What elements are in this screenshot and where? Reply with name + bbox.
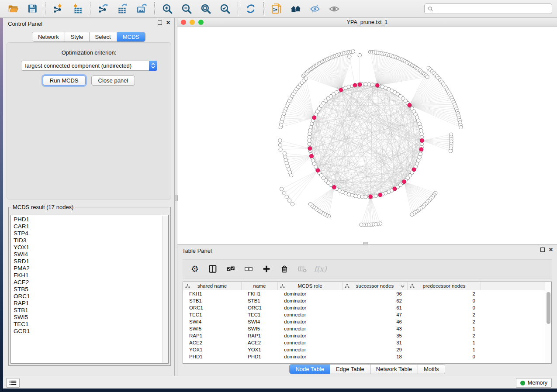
mcds-result-item[interactable]: ACE2 [11, 279, 162, 286]
mcds-result-item[interactable]: CAR1 [11, 223, 162, 230]
table-cell: TEC1 [183, 312, 242, 317]
network-window-titlebar[interactable]: YPA_prune.txt_1 [177, 18, 557, 27]
mcds-result-item[interactable]: TEC1 [11, 321, 162, 328]
mcds-result-item[interactable]: PHD1 [11, 216, 162, 223]
import-table-button[interactable] [68, 1, 87, 17]
column-header-successor-nodes[interactable]: successor nodes [343, 282, 408, 290]
zoom-out-button[interactable] [177, 1, 196, 17]
show-details-button[interactable] [325, 1, 344, 17]
zoom-selected-button[interactable] [215, 1, 235, 17]
export-table-button[interactable] [113, 1, 132, 17]
memory-button[interactable]: Memory [516, 378, 552, 388]
close-panel-button[interactable]: Close panel [91, 76, 135, 86]
export-network-button[interactable] [93, 1, 113, 17]
table-header-row: shared namenameMCDS rolesuccessor nodesp… [183, 282, 551, 290]
float-panel-icon[interactable] [158, 21, 162, 25]
table-tabs: Node TableEdge TableNetwork TableMotifs [289, 364, 445, 374]
mcds-result-item[interactable]: ORC1 [11, 293, 162, 300]
mcds-result-item[interactable]: STB1 [11, 307, 162, 314]
mcds-result-item[interactable]: STP4 [11, 230, 162, 237]
mcds-result-item[interactable]: SWI4 [11, 251, 162, 258]
table-cell: 0 [408, 305, 481, 310]
scrollbar-thumb[interactable] [547, 292, 550, 324]
import-network-button[interactable] [48, 1, 68, 17]
table-row[interactable]: TEC1TEC1connector472 [183, 311, 545, 318]
close-window-icon[interactable] [181, 20, 186, 25]
close-table-panel-icon[interactable]: ✕ [549, 248, 553, 252]
zoom-in-button[interactable] [158, 1, 177, 17]
table-tab-edge-table[interactable]: Edge Table [330, 364, 370, 374]
save-session-button[interactable] [23, 1, 42, 17]
table-row[interactable]: STB1STB1dominator620 [183, 297, 545, 304]
refresh-view-button[interactable] [241, 1, 260, 17]
panel-splitter[interactable] [175, 18, 177, 376]
zoom-in-icon [162, 3, 173, 14]
zoom-fit-content-button[interactable] [196, 1, 215, 17]
close-panel-icon[interactable]: ✕ [166, 21, 170, 25]
export-image-button[interactable] [132, 1, 151, 17]
mcds-result-item[interactable]: TID3 [11, 237, 162, 244]
table-tab-node-table[interactable]: Node Table [290, 364, 330, 374]
mcds-result-item[interactable]: FKH1 [11, 272, 162, 279]
open-session-button[interactable] [3, 1, 23, 17]
deselect-all-button[interactable] [241, 261, 256, 277]
criterion-select[interactable]: largest connected component (undirected) [21, 61, 157, 71]
hide-details-button[interactable] [305, 1, 325, 17]
tab-network[interactable]: Network [32, 32, 65, 41]
mcds-result-item[interactable]: SWI5 [11, 314, 162, 321]
network-canvas[interactable] [177, 27, 557, 244]
table-row[interactable]: RAP1RAP1dominator352 [183, 332, 545, 339]
select-all-button[interactable] [223, 261, 239, 277]
open-networks-button[interactable] [286, 1, 305, 17]
table-tab-network-table[interactable]: Network Table [370, 364, 418, 374]
mcds-result-item[interactable]: SRD1 [11, 258, 162, 265]
show-columns-button[interactable] [205, 261, 221, 277]
mcds-result-item[interactable]: STB5 [11, 286, 162, 293]
create-column-button[interactable] [259, 261, 274, 277]
table-row[interactable]: SWI5SWI5connector431 [183, 325, 545, 332]
tab-style[interactable]: Style [65, 32, 90, 41]
column-label: successor nodes [356, 283, 394, 289]
open-networks-icon [290, 3, 301, 14]
result-scrollbar[interactable] [162, 216, 168, 363]
tab-mcds[interactable]: MCDS [117, 32, 145, 41]
table-scrollbar[interactable] [545, 282, 551, 363]
search-box[interactable] [424, 3, 552, 14]
table-tab-motifs[interactable]: Motifs [418, 364, 445, 374]
graph-node [278, 139, 282, 142]
column-header-shared-name[interactable]: shared name [183, 282, 242, 290]
show-columns-icon [208, 264, 218, 274]
table-row[interactable]: ACE2ACE2connector311 [183, 339, 545, 346]
graph-node [364, 195, 367, 199]
mcds-result-item[interactable]: PMA2 [11, 265, 162, 272]
minimize-window-icon[interactable] [190, 20, 195, 25]
maximize-window-icon[interactable] [198, 20, 204, 25]
tab-select[interactable]: Select [90, 32, 117, 41]
table-row[interactable]: SWI4SWI4dominator462 [183, 318, 545, 325]
control-panel-header: Control Panel ✕ [3, 18, 174, 29]
search-input[interactable] [436, 6, 549, 12]
table-mode-button[interactable]: ⚙ [187, 261, 203, 277]
table-cell: FKH1 [183, 291, 242, 296]
network-from-file-button[interactable] [267, 1, 286, 17]
table-splitter-grip[interactable] [363, 242, 368, 245]
import-table-icon [72, 3, 83, 14]
table-row[interactable]: FKH1FKH1dominator962 [183, 290, 545, 297]
graph-node [280, 187, 284, 191]
mcds-result-item[interactable]: RAP1 [11, 300, 162, 307]
graph-node [308, 135, 311, 139]
delete-columns-button[interactable] [277, 261, 292, 277]
splitter-grip-icon[interactable] [174, 195, 178, 201]
column-header-name[interactable]: name [242, 282, 278, 290]
column-header-mcds-role[interactable]: MCDS role [278, 282, 343, 290]
table-row[interactable]: PHD1PHD1dominator180 [183, 353, 545, 360]
table-row[interactable]: YOX1YOX1connector291 [183, 346, 545, 353]
table-row[interactable]: ORC1ORC1dominator610 [183, 304, 545, 311]
mcds-result-list[interactable]: PHD1CAR1STP4TID3YOX1SWI4SRD1PMA2FKH1ACE2… [11, 216, 162, 363]
mcds-result-item[interactable]: GCR1 [11, 328, 162, 335]
column-header-predecessor-nodes[interactable]: predecessor nodes [408, 282, 481, 290]
task-history-button[interactable] [6, 378, 20, 388]
float-table-panel-icon[interactable] [540, 248, 545, 252]
mcds-result-item[interactable]: YOX1 [11, 244, 162, 251]
run-mcds-button[interactable]: Run MCDS [43, 76, 86, 86]
